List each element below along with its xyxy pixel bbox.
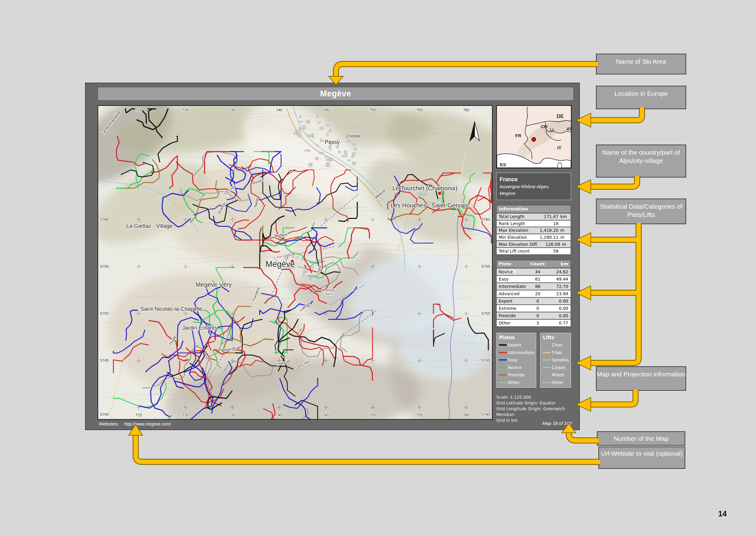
piste-length-table: Piste length Count km Novice3424.62Easy6… (496, 260, 571, 327)
lift-legend-item: Mixed (543, 371, 571, 379)
page-number: 14 (713, 509, 732, 518)
piste-legend-item: Expert (499, 341, 536, 349)
village-name: Megève (500, 190, 571, 197)
piste-legend-item: Easy (499, 356, 536, 364)
arrow-location (591, 107, 642, 120)
map-sidebar: DECHLIATFRITES France Auvergne-Rhône-Alp… (496, 105, 572, 420)
town-label: Saint-Nicolas-la-Chapelle (140, 306, 202, 312)
town-label: Chedde (346, 134, 361, 138)
pistes-legend-title: Pistes (499, 335, 536, 340)
town-label: Passy (325, 139, 339, 145)
piste-legend-item: Novice (499, 364, 536, 372)
chair-line-swatch (543, 344, 551, 346)
information-table-body: Total Length171.47kmRank Length18Max Ele… (497, 213, 571, 254)
town-label: Megève (265, 260, 295, 269)
projection-line: Grid Latitude Origin: Equator (496, 400, 571, 406)
grid-y-label-left: 5755 (100, 264, 109, 269)
callout-country: Name of the country/part of Alps/city-vi… (596, 145, 686, 178)
grid-x-label-top: 735 (229, 108, 236, 112)
town-label: Les Houches - Saint-Gervais (391, 202, 469, 209)
expert-line-swatch (499, 344, 507, 346)
callout-location: Location in Europe (596, 86, 686, 109)
t-bar-line-swatch (543, 352, 551, 353)
grid-x-label-top: 730 (182, 108, 189, 112)
grid-x-label-bottom: 730 (182, 413, 189, 417)
lifts-legend-items: ChairT-barGondolaCarpetMixedOther (543, 341, 571, 386)
grid-x-label-bottom: 745 (323, 413, 329, 417)
town-label: La Giettaz - Village (126, 223, 173, 229)
grid-y-label-left: 5750 (100, 311, 109, 316)
grid-x-label-top: 755 (416, 108, 423, 112)
lift-legend-item: T-bar (543, 349, 571, 356)
grid-y-label-left: 5740 (100, 412, 109, 417)
piste-legend-item: Freeride (499, 371, 536, 379)
information-row: Min Elevation1,290.11m (497, 234, 571, 241)
ski-area-title-bar: Megève (97, 87, 574, 101)
information-row: Max Elevation Diff.126.09m (497, 241, 571, 248)
grid-y-label-right: 5740 (481, 412, 490, 417)
grid-x-label-top: 725 (135, 108, 142, 112)
grid-x-label-bottom: 740 (276, 413, 283, 417)
grid-x-label-bottom: 725 (135, 413, 142, 417)
grid-x-label-bottom: 760 (463, 413, 470, 417)
piste-table-header: Piste length Count km (497, 260, 571, 268)
arrow-map-number (569, 433, 599, 440)
grid-x-label-bottom: 750 (369, 413, 376, 417)
inset-label-ES: ES (500, 162, 506, 167)
town-label: Le Tourchet (Chamonix) (392, 185, 457, 191)
piste-row: Expert00.00 (497, 298, 571, 305)
region-name: Auvergne-Rhône-Alpes (500, 183, 571, 190)
piste-row: Other30.77 (497, 320, 571, 326)
topo-map-canvas: 7257257307307357357407407457457507507557… (98, 106, 492, 419)
grid-x-label-top: 745 (323, 108, 329, 112)
projection-line: Meridian (496, 412, 571, 418)
piste-row: Freeride00.00 (497, 312, 571, 320)
inset-label-IT: IT (557, 145, 561, 150)
topo-map: 7257257307307357357407407457457507507557… (97, 105, 493, 420)
callout-ski-area: Name of Ski Area (596, 54, 686, 74)
carpet-line-swatch (543, 367, 551, 368)
piste-legend-item: Intermediate (499, 349, 536, 356)
lift-legend-item: Other (543, 379, 571, 386)
ski-area-marker-dot (532, 138, 536, 142)
grid-x-label-bottom: 735 (229, 413, 236, 417)
pistes-legend-items: ExpertIntermediateEasyNoviceFreerideOthe… (499, 341, 536, 386)
arrow-country (591, 176, 637, 187)
map-marker-tourchet (438, 192, 441, 195)
projection-info: Scale: 1:125.000Grid Latitude Origin: Eq… (496, 394, 571, 423)
other-line-swatch (499, 382, 507, 383)
intermediate-line-swatch (499, 352, 507, 353)
piste-col-count: Count (526, 260, 549, 268)
gondola-line-swatch (543, 359, 551, 360)
grid-y-label-right: 5755 (481, 264, 490, 269)
grid-x-label-top: 740 (276, 108, 283, 112)
grid-x-label-top: 750 (369, 108, 376, 112)
piste-table-body: Novice3424.62Easy6149.44Intermediate8872… (497, 268, 571, 326)
website-url[interactable]: http://www.megeve.com/ (124, 422, 171, 426)
information-table-title: Information (497, 205, 571, 213)
callout-statistics: Statistical Data/Categories of Pists/Lif… (596, 199, 686, 224)
ski-area-title: Megève (320, 89, 351, 99)
inset-label-FR: FR (515, 133, 521, 138)
grid-y-label-right: 5760 (481, 217, 490, 222)
inset-label-CH: CH (541, 124, 548, 129)
mixed-line-swatch (543, 374, 551, 376)
town-label: Jardin Enfants (182, 325, 217, 331)
callout-url: Url-Website to visit (optional) (598, 446, 685, 469)
piste-table-title: Piste length (499, 260, 526, 268)
map-poster-window: Megève 725725730730735735740740745745750… (85, 83, 580, 430)
piste-row: Intermediate8872.70 (497, 283, 571, 290)
arrow-projection (591, 389, 635, 405)
callout-map-number: Number of the Map (597, 431, 685, 446)
grid-y-label-right: 5745 (481, 358, 490, 363)
novice-line-swatch (499, 367, 507, 368)
projection-line: Scale: 1:125.000 (496, 394, 571, 400)
town-label: Megève Véry (196, 281, 232, 288)
other-line-swatch (543, 382, 551, 383)
piste-row: Advanced2023.94 (497, 290, 571, 298)
peak-label: Mont Joly (322, 289, 335, 292)
information-row: Total Lift count58 (497, 248, 571, 254)
country-name: France (500, 176, 571, 183)
inset-label-LI: LI (550, 127, 554, 132)
grid-x-label-top: 760 (463, 108, 470, 112)
